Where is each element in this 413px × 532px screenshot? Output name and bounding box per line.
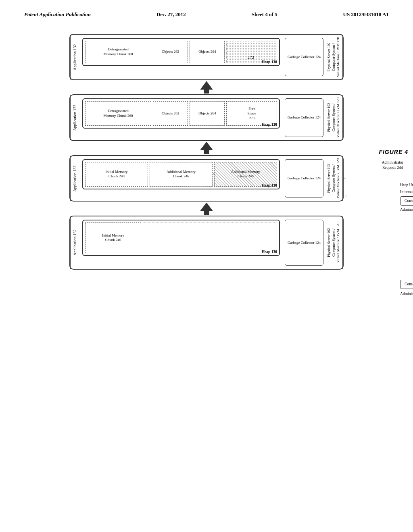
diag1-objects264: Objects 264 [190, 41, 225, 63]
diag2-objects264: Objects 264 [190, 101, 225, 126]
diag2-gc: Garbage Collector 124 [285, 98, 323, 137]
diag2-defrag-chunk: DefragmentedMemory Chunk 260 [85, 101, 151, 126]
figure-label: FIGURE 4 [379, 149, 408, 155]
page-header: Patent Application Publication Dec. 27, … [0, 0, 413, 22]
console-box: Console 150 [400, 280, 413, 289]
diag4-arrow-out: → [342, 193, 348, 199]
diag1-app-label: Application 132 [70, 35, 79, 79]
diag2-freespace: FreeSpace270 [226, 101, 277, 126]
diag2-heap-label: Heap 130 [262, 123, 277, 127]
arrow-3 [69, 202, 344, 216]
diagram-3: Application 132 Initial MemoryChunk 240 … [69, 155, 344, 202]
diag4-heap-label: Heap 130 [262, 250, 277, 254]
diag3-app-label: Application 132 [70, 156, 79, 201]
diag1-gc: Garbage Collector 124 [285, 38, 323, 76]
diag1-heap: DefragmentedMemory Chunk 260 Objects 262… [82, 38, 280, 66]
admin-label: Administrator 152 [400, 292, 413, 296]
diagram-1: Application 132 DefragmentedMemory Chunk… [69, 34, 344, 80]
diag4-initial-chunk: Initial MemoryChunk 240 [85, 222, 141, 253]
diag4-admin: Administrator 152 [400, 208, 413, 212]
diag3-heap-label: Heap 130 [262, 183, 277, 187]
diag3-add-chunk246: Additional MemoryChunk 246 → [150, 162, 213, 187]
diag2-objects262: Objects 262 [153, 101, 188, 126]
page: Patent Application Publication Dec. 27, … [0, 0, 413, 278]
header-sheet: Sheet 4 of 5 [252, 11, 277, 18]
diag4-app-label: Application 132 [70, 216, 79, 269]
header-patent: US 2012/0331018 A1 [343, 11, 389, 18]
heap-util-area: Heap UtilizationInformation 242 Console … [400, 182, 413, 213]
svg-marker-0 [200, 81, 213, 94]
diag2-heap: DefragmentedMemory Chunk 260 Objects 262… [82, 98, 280, 129]
diag3-initial-chunk: Initial MemoryChunk 240 [85, 162, 148, 187]
svg-marker-2 [200, 203, 213, 215]
diag2-app-label: Application 132 [70, 95, 79, 140]
diag3-vm-label: Virtual Machine / JVM 120Computer System… [325, 156, 343, 201]
diag4-gc: Garbage Collector 124 [285, 220, 323, 266]
diag3-heap: Initial MemoryChunk 240 Additional Memor… [82, 159, 280, 189]
diag3-arrow-in: ← [342, 175, 347, 182]
diag1-heap-label: Heap 130 [262, 60, 277, 64]
diag3-admin-requests: AdministratorRequests 244 [382, 160, 403, 171]
diag4-empty [143, 222, 277, 253]
diag1-vm-label: Virtual Machine / JVM 120Computer System… [325, 35, 343, 79]
diag1-defrag-chunk: DefragmentedMemory Chunk 260 [85, 41, 151, 63]
diag1-objects262: Objects 262 [153, 41, 188, 63]
diagram-4: Application 132 Initial MemoryChunk 240 … [69, 216, 344, 270]
diag3-gc: Garbage Collector 124 [285, 159, 323, 197]
diagram-2: Application 132 DefragmentedMemory Chunk… [69, 94, 344, 141]
header-publication: Patent Application Publication [24, 11, 91, 18]
arrow-1 [69, 80, 344, 94]
diag4-console: Console 150 [400, 196, 413, 206]
diag2-vm-label: Virtual Machine / JVM 120Computer System… [325, 95, 343, 140]
header-date: Dec. 27, 2012 [156, 11, 186, 18]
arrow-2 [69, 141, 344, 155]
diag3-add-chunk248: Additional MemoryChunk 248 [214, 162, 277, 187]
diag4-vm-label: Virtual Machine / JVM 120Computer System… [325, 216, 343, 269]
console-admin-area: Console 150 Administrator 152 [400, 280, 413, 297]
diag4-heap: Initial MemoryChunk 240 Heap 130 [82, 220, 280, 256]
diag1-number: 272 [248, 55, 254, 60]
main-content: FIGURE 4 Application 132 DefragmentedMem… [0, 22, 413, 278]
svg-marker-1 [200, 142, 213, 154]
